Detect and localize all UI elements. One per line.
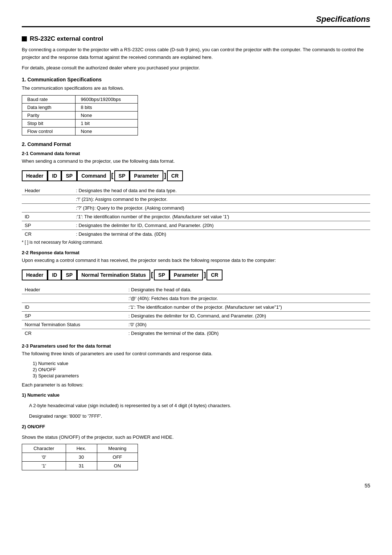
numeric-range: Designated range: '8000' to '7FFF'.	[29, 413, 370, 420]
resp-sp-desc: : Designates the delimiter for ID, Comma…	[121, 311, 370, 320]
sp-label: SP	[22, 221, 69, 230]
params-desc: The following three kinds of parameters …	[22, 350, 370, 358]
header-label: Header	[22, 186, 69, 195]
hex-header: Hex.	[66, 444, 97, 453]
command-format-title: 2. Command Format	[22, 141, 370, 147]
page-header: Specifications	[22, 15, 370, 27]
cr-cell: CR	[167, 170, 183, 181]
section-heading: RS-232C external control	[30, 35, 103, 42]
table-row: Header : Designates the head of data.	[22, 285, 370, 294]
table-row: :'@' (40h): Fetches data from the projec…	[22, 294, 370, 303]
black-square-icon	[22, 36, 27, 41]
onoff-table: Character Hex. Meaning '0' 30 OFF '1' 31…	[22, 444, 138, 470]
resp-open-bracket: [	[150, 270, 154, 279]
resp-id-desc: :'1': The identification number of the p…	[121, 303, 370, 311]
numeric-desc: A 2-byte hexadecimal value (sign include…	[29, 402, 370, 410]
response-format-title: 2-2 Response data format	[22, 250, 370, 255]
sp1-cell: SP	[61, 170, 77, 181]
header-desc: : Designates the head of data and the da…	[69, 186, 370, 195]
table-row: CR : Designates the terminal of the data…	[22, 230, 370, 238]
table-row: SP : Designates the delimiter for ID, Co…	[22, 311, 370, 320]
data-length-label: Data length	[22, 104, 75, 112]
hex-1: 31	[66, 462, 97, 470]
header-query: :'?' (3Fh): Query to the projector. (Ask…	[69, 203, 370, 212]
resp-sp-label: SP	[22, 311, 121, 320]
resp-id-cell: ID	[48, 270, 61, 280]
table-row: ID :'1': The identification number of th…	[22, 212, 370, 221]
command-data-format-desc: When sending a command to the projector,…	[22, 158, 370, 165]
comm-specs-title: 1. Communication Specifications	[22, 77, 370, 82]
table-row: Data length 8 bits	[22, 104, 138, 112]
intro-paragraph-2: For details, please consult the authoriz…	[22, 64, 370, 72]
command-cell: Command	[77, 170, 110, 181]
param-list-item-3: 3) Special parameters	[33, 373, 370, 378]
resp-close-bracket: ]	[203, 270, 207, 279]
resp-empty-label	[22, 294, 121, 303]
resp-cr-desc: : Designates the terminal of the data. (…	[121, 329, 370, 337]
command-format-visual: Header ID SP Command [ SP Parameter ] CR	[22, 170, 370, 181]
table-row: ID :'1': The identification number of th…	[22, 303, 370, 311]
resp-cr-label: CR	[22, 329, 121, 337]
response-desc-table: Header : Designates the head of data. :'…	[22, 285, 370, 337]
table-row: CR : Designates the terminal of the data…	[22, 329, 370, 337]
resp-normal-term-cell: Normal Termination Status	[77, 270, 150, 280]
resp-sp1-cell: SP	[61, 270, 77, 280]
flow-control-value: None	[75, 127, 138, 135]
header-exclaim: :'!' (21h): Assigns command to the proje…	[69, 195, 370, 203]
sp-desc: : Designates the delimiter for ID, Comma…	[69, 221, 370, 230]
table-header-row: Character Hex. Meaning	[22, 444, 138, 453]
param-list-item-1: 1) Numeric value	[33, 361, 370, 366]
meaning-off: OFF	[97, 453, 138, 462]
parameter-cell: Parameter	[130, 170, 163, 181]
meaning-on: ON	[97, 462, 138, 470]
command-data-format-title: 2-1 Command data format	[22, 151, 370, 156]
stop-bit-value: 1 bit	[75, 119, 138, 127]
id-desc: :'1': The identification number of the p…	[69, 212, 370, 221]
response-format-visual: Header ID SP Normal Termination Status […	[22, 270, 370, 280]
table-row: :'?' (3Fh): Query to the projector. (Ask…	[22, 203, 370, 212]
id-label: ID	[22, 212, 69, 221]
char-0: '0'	[22, 453, 66, 462]
parity-label: Parity	[22, 112, 75, 119]
table-row: Stop bit 1 bit	[22, 119, 138, 127]
table-row: Parity None	[22, 112, 138, 119]
table-row: '1' 31 ON	[22, 462, 138, 470]
section-title: RS-232C external control	[22, 35, 370, 42]
normal-term-desc: :'0' (30h)	[121, 320, 370, 329]
empty-label2	[22, 203, 69, 212]
param-list-item-2: 2) ON/OFF	[33, 367, 370, 372]
page-number: 55	[364, 483, 370, 489]
resp-id-label: ID	[22, 303, 121, 311]
resp-header-at: :'@' (40h): Fetches data from the projec…	[121, 294, 370, 303]
hex-0: 30	[66, 453, 97, 462]
each-param-label: Each parameter is as follows:	[22, 381, 370, 389]
table-row: Header : Designates the head of data and…	[22, 186, 370, 195]
char-1: '1'	[22, 462, 66, 470]
response-format-desc: Upon executing a control command it has …	[22, 257, 370, 264]
table-row: Flow control None	[22, 127, 138, 135]
comm-specs-table: Baud rate 9600bps/19200bps Data length 8…	[22, 95, 138, 135]
resp-header-desc: : Designates the head of data.	[121, 285, 370, 294]
cr-label: CR	[22, 230, 69, 238]
empty-label	[22, 195, 69, 203]
resp-sp2-cell: SP	[154, 270, 170, 280]
numeric-title: 1) Numeric value	[22, 392, 370, 399]
command-desc-table: Header : Designates the head of data and…	[22, 186, 370, 238]
command-note: * [ ] is not necessary for Asking comman…	[22, 240, 370, 245]
resp-header-label: Header	[22, 285, 121, 294]
parity-value: None	[75, 112, 138, 119]
table-row: SP : Designates the delimiter for ID, Co…	[22, 221, 370, 230]
char-header: Character	[22, 444, 66, 453]
baud-rate-value: 9600bps/19200bps	[75, 96, 138, 104]
close-bracket: ]	[163, 171, 167, 180]
resp-parameter-cell: Parameter	[170, 270, 203, 280]
resp-cr-cell: CR	[207, 270, 222, 280]
normal-term-label: Normal Termination Status	[22, 320, 121, 329]
baud-rate-label: Baud rate	[22, 96, 75, 104]
params-title: 2-3 Parameters used for the data format	[22, 343, 370, 349]
meaning-header: Meaning	[97, 444, 138, 453]
page-title: Specifications	[316, 15, 370, 24]
open-bracket: [	[111, 171, 114, 180]
resp-header-cell: Header	[22, 270, 48, 280]
cr-desc: : Designates the terminal of the data. (…	[69, 230, 370, 238]
